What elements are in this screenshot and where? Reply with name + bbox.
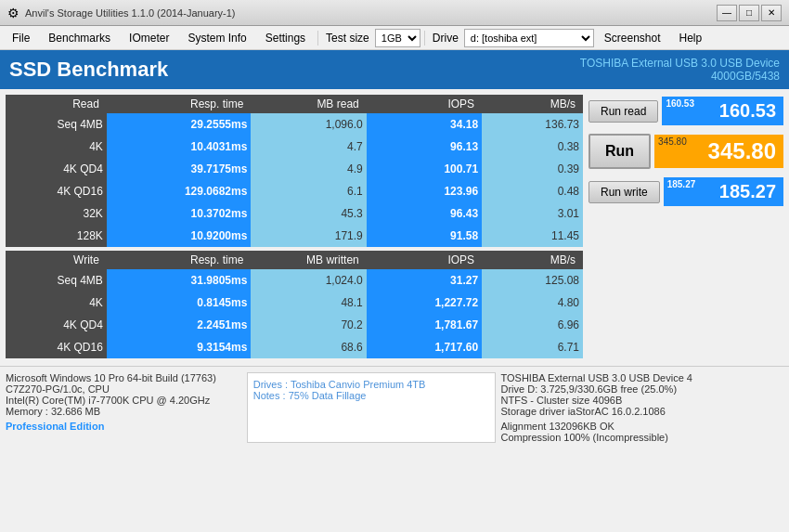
menu-iometer[interactable]: IOmeter (121, 29, 177, 47)
read-row-mb: 4.7 (251, 136, 366, 158)
sysinfo-line3: Intel(R) Core(TM) i7-7700K CPU @ 4.20GHz (6, 395, 241, 406)
read-row-resp: 10.4031ms (107, 136, 252, 158)
read-table-row: 4K 10.4031ms 4.7 96.13 0.38 (6, 136, 583, 158)
read-row-mbs: 11.45 (482, 225, 583, 247)
read-table-row: Seq 4MB 29.2555ms 1,096.0 34.18 136.73 (6, 113, 583, 136)
read-row-mbs: 0.38 (482, 136, 583, 158)
read-row-iops: 96.43 (367, 202, 482, 225)
menu-help[interactable]: Help (671, 29, 711, 47)
menu-benchmarks[interactable]: Benchmarks (40, 29, 119, 47)
close-button[interactable]: ✕ (761, 5, 782, 21)
run-read-button[interactable]: Run read (589, 100, 658, 123)
write-score-box: 185.27 185.27 (664, 177, 783, 206)
test-size-select[interactable]: 1GB (375, 29, 420, 47)
write-score-small: 185.27 (667, 179, 696, 189)
menu-sysinfo[interactable]: System Info (179, 29, 254, 47)
drives-line3: NTFS - Cluster size 4096B (501, 395, 784, 406)
drive-select[interactable]: d: [toshiba ext] (464, 29, 594, 47)
read-header-label: Read (6, 95, 107, 113)
write-header-iops: IOPS (367, 251, 482, 269)
read-row-resp: 10.3702ms (107, 202, 252, 225)
maximize-button[interactable]: □ (739, 5, 759, 21)
bottom-sysinfo: Microsoft Windows 10 Pro 64-bit Build (1… (6, 372, 241, 443)
write-header-resp: Resp. time (107, 251, 252, 269)
write-header-mb: MB written (251, 251, 366, 269)
read-table: Read Resp. time MB read IOPS MB/s Seq 4M… (6, 95, 583, 247)
write-header-label: Write (6, 251, 107, 269)
menu-bar: File Benchmarks IOmeter System Info Sett… (0, 26, 789, 50)
right-panel: Run read 160.53 160.53 Run 345.80 345.80… (589, 95, 783, 360)
read-row-label: 128K (6, 225, 107, 247)
read-row-resp: 10.9200ms (107, 225, 252, 247)
write-row-iops: 1,781.67 (367, 314, 482, 336)
app-header: SSD Benchmark TOSHIBA External USB 3.0 U… (0, 50, 789, 89)
title-bar: ⚙ Anvil's Storage Utilities 1.1.0 (2014-… (0, 0, 789, 26)
write-table: Write Resp. time MB written IOPS MB/s Se… (6, 251, 583, 358)
write-row-resp: 31.9805ms (107, 269, 252, 292)
bottom-drives: TOSHIBA External USB 3.0 USB Device 4 Dr… (501, 372, 784, 443)
read-row-mb: 1,096.0 (251, 113, 366, 136)
read-table-row: 4K QD16 129.0682ms 6.1 123.96 0.48 (6, 180, 583, 202)
notes-drives: Drives : Toshiba Canvio Premium 4TB (253, 379, 489, 390)
separator-1 (317, 31, 318, 45)
write-row-iops: 1,227.72 (367, 292, 482, 314)
title-bar-controls: — □ ✕ (717, 5, 782, 21)
read-row-iops: 91.58 (367, 225, 482, 247)
write-row-mb: 70.2 (251, 314, 366, 336)
write-table-row: 4K 0.8145ms 48.1 1,227.72 4.80 (6, 292, 583, 314)
separator-2 (424, 31, 425, 45)
read-header-mb: MB read (251, 95, 366, 113)
write-table-row: 4K QD4 2.2451ms 70.2 1,781.67 6.96 (6, 314, 583, 336)
test-size-label: Test size (326, 32, 369, 45)
read-row-iops: 96.13 (367, 136, 482, 158)
read-row-mbs: 136.73 (482, 113, 583, 136)
read-row-resp: 29.2555ms (107, 113, 252, 136)
write-score-value: 185.27 (719, 181, 776, 201)
write-row-resp: 9.3154ms (107, 336, 252, 358)
read-row-mb: 45.3 (251, 202, 366, 225)
notes-text: Notes : 75% Data Fillage (253, 390, 489, 401)
drives-line7: Compression 100% (Incompressible) (501, 432, 784, 443)
write-row-label: Seq 4MB (6, 269, 107, 292)
read-score-row: Run read 160.53 160.53 (589, 97, 783, 125)
drives-line2: Drive D: 3.725,9/330.6GB free (25.0%) (501, 383, 784, 395)
menu-settings[interactable]: Settings (257, 29, 314, 47)
read-row-mb: 6.1 (251, 180, 366, 202)
drives-line1: TOSHIBA External USB 3.0 USB Device 4 (501, 372, 784, 383)
device-info: TOSHIBA External USB 3.0 USB Device 4000… (580, 57, 780, 83)
menu-screenshot[interactable]: Screenshot (596, 29, 669, 47)
sysinfo-line1: Microsoft Windows 10 Pro 64-bit Build (1… (6, 372, 241, 383)
read-header-mbs: MB/s (482, 95, 583, 113)
write-row-resp: 0.8145ms (107, 292, 252, 314)
benchmark-tables: Read Resp. time MB read IOPS MB/s Seq 4M… (6, 95, 583, 360)
write-header-mbs: MB/s (482, 251, 583, 269)
write-row-mb: 48.1 (251, 292, 366, 314)
total-score-row: Run 345.80 345.80 (589, 134, 783, 169)
run-write-button[interactable]: Run write (589, 181, 660, 203)
read-row-iops: 34.18 (367, 113, 482, 136)
sysinfo-line2: C7Z270-PG/1.0c, CPU (6, 383, 241, 395)
menu-file[interactable]: File (4, 29, 38, 47)
total-score-small: 345.80 (658, 136, 687, 147)
write-row-label: 4K QD16 (6, 336, 107, 358)
read-row-label: 32K (6, 202, 107, 225)
read-row-label: 4K QD16 (6, 180, 107, 202)
run-main-button[interactable]: Run (589, 134, 651, 169)
total-score-value: 345.80 (708, 138, 776, 163)
write-row-iops: 1,717.60 (367, 336, 482, 358)
read-row-mb: 4.9 (251, 158, 366, 180)
drives-line6: Alignment 132096KB OK (501, 421, 784, 432)
write-row-label: 4K QD4 (6, 314, 107, 336)
write-table-wrapper: Write Resp. time MB written IOPS MB/s Se… (6, 251, 583, 358)
read-row-mb: 171.9 (251, 225, 366, 247)
write-row-mb: 1,024.0 (251, 269, 366, 292)
read-table-wrapper: Read Resp. time MB read IOPS MB/s Seq 4M… (6, 95, 583, 247)
minimize-button[interactable]: — (717, 5, 737, 21)
write-row-mbs: 6.71 (482, 336, 583, 358)
read-score-box: 160.53 160.53 (662, 97, 783, 125)
read-table-row: 4K QD4 39.7175ms 4.9 100.71 0.39 (6, 158, 583, 180)
read-table-row: 32K 10.3702ms 45.3 96.43 3.01 (6, 202, 583, 225)
read-row-resp: 129.0682ms (107, 180, 252, 202)
drive-label: Drive (433, 32, 459, 45)
read-row-label: 4K (6, 136, 107, 158)
